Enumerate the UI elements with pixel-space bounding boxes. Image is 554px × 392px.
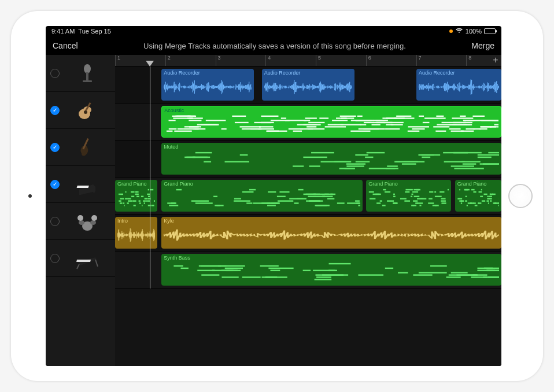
svg-rect-46: [178, 128, 183, 130]
svg-rect-213: [123, 202, 124, 204]
svg-rect-301: [411, 205, 414, 206]
bar-mark[interactable]: 2: [165, 55, 171, 66]
clip[interactable]: Acoustic: [161, 106, 501, 138]
svg-rect-58: [304, 124, 321, 125]
svg-rect-91: [396, 116, 411, 117]
svg-rect-38: [305, 117, 317, 119]
svg-rect-366: [271, 270, 280, 271]
track-lane-acoustic-guitar[interactable]: Acoustic: [115, 103, 501, 140]
svg-rect-400: [451, 272, 468, 273]
track-header-drums[interactable]: [46, 203, 115, 240]
track-lane-synth[interactable]: Synth Bass: [115, 252, 501, 289]
svg-rect-405: [413, 274, 433, 275]
clip[interactable]: Grand Piano: [455, 180, 501, 212]
svg-rect-233: [268, 191, 276, 193]
track-select-checkbox[interactable]: [50, 217, 60, 226]
svg-rect-170: [369, 168, 395, 169]
svg-rect-379: [430, 265, 447, 267]
track-select-checkbox[interactable]: ✓: [50, 143, 60, 152]
clip[interactable]: Grand Piano: [161, 180, 362, 212]
bar-mark[interactable]: 6: [366, 55, 371, 66]
track-lane-bass-guitar[interactable]: Muted: [115, 140, 501, 177]
timeline[interactable]: + 12345678 Audio RecorderAudio RecorderA…: [115, 55, 501, 366]
svg-rect-227: [148, 189, 149, 190]
bar-mark[interactable]: 4: [265, 55, 271, 66]
clip[interactable]: Audio Recorder: [262, 69, 354, 101]
svg-rect-296: [406, 189, 413, 190]
svg-rect-330: [481, 189, 482, 190]
svg-rect-195: [151, 205, 154, 206]
svg-rect-128: [332, 120, 348, 121]
bar-mark[interactable]: 5: [316, 55, 321, 66]
svg-rect-19: [167, 131, 172, 132]
svg-rect-25: [259, 126, 274, 127]
svg-rect-286: [383, 189, 386, 190]
svg-rect-288: [373, 194, 380, 195]
svg-rect-356: [473, 191, 476, 193]
cancel-button[interactable]: Cancel: [53, 41, 78, 50]
svg-rect-309: [376, 202, 381, 204]
bar-ruler[interactable]: + 12345678: [115, 55, 501, 66]
svg-rect-263: [267, 205, 276, 206]
clip[interactable]: Intro: [115, 217, 157, 249]
bar-mark[interactable]: 7: [416, 55, 422, 66]
svg-rect-79: [319, 117, 328, 119]
track-lane-drums[interactable]: IntroKyle: [115, 215, 501, 252]
track-select-checkbox[interactable]: ✓: [50, 106, 60, 115]
track-lane-piano[interactable]: Grand PianoGrand PianoGrand PianoGrand P…: [115, 177, 501, 215]
track-lane-audio-recorder[interactable]: Audio RecorderAudio RecorderAudio Record…: [115, 66, 501, 103]
clip[interactable]: Grand Piano: [115, 180, 157, 212]
track-select-checkbox[interactable]: [50, 254, 60, 263]
track-header-bass-guitar[interactable]: ✓: [46, 129, 115, 166]
tracks-area: ✓✓✓ + 12345678 Audio RecorderAudio Recor…: [46, 55, 501, 366]
svg-rect-297: [441, 200, 446, 201]
svg-rect-228: [150, 189, 154, 190]
bar-mark[interactable]: 1: [115, 55, 120, 66]
svg-rect-185: [125, 198, 128, 199]
svg-rect-202: [128, 198, 131, 199]
playhead[interactable]: [150, 66, 150, 289]
svg-rect-271: [253, 202, 271, 204]
svg-rect-252: [176, 189, 182, 190]
svg-rect-221: [125, 191, 127, 193]
svg-rect-273: [242, 191, 254, 193]
ipad-home-button[interactable]: [508, 184, 533, 208]
bar-mark[interactable]: 3: [216, 55, 221, 66]
svg-rect-181: [334, 161, 351, 162]
clip[interactable]: Grand Piano: [366, 180, 451, 212]
bar-mark[interactable]: 8: [466, 55, 471, 66]
track-select-checkbox[interactable]: ✓: [50, 180, 60, 189]
track-header-audio-recorder[interactable]: [46, 55, 115, 92]
waveform-icon: [164, 76, 252, 98]
svg-rect-205: [136, 196, 139, 197]
track-header-piano[interactable]: ✓: [46, 166, 115, 203]
svg-rect-305: [433, 205, 437, 206]
clip-label: Audio Recorder: [264, 70, 352, 76]
svg-rect-107: [482, 120, 498, 121]
ipad-frame: 9:41 AM Tue Sep 15 100% Cancel Using Mer…: [11, 11, 543, 381]
track-header-synth[interactable]: [46, 240, 115, 277]
svg-rect-396: [260, 265, 279, 267]
svg-rect-87: [460, 116, 466, 117]
merge-button[interactable]: Merge: [471, 41, 494, 50]
svg-rect-209: [119, 200, 121, 201]
svg-rect-136: [453, 122, 466, 123]
midi-notes-icon: [164, 113, 498, 135]
track-select-checkbox[interactable]: [50, 69, 60, 78]
clip[interactable]: Muted: [161, 143, 501, 175]
track-header-acoustic-guitar[interactable]: ✓: [46, 92, 115, 129]
add-section-button[interactable]: +: [491, 56, 500, 65]
svg-point-0: [84, 64, 91, 73]
svg-rect-55: [308, 122, 324, 123]
svg-rect-214: [131, 191, 133, 193]
clip[interactable]: Synth Bass: [161, 254, 501, 286]
clip[interactable]: Audio Recorder: [161, 69, 254, 101]
svg-rect-381: [315, 279, 332, 280]
svg-rect-77: [189, 120, 201, 121]
clip[interactable]: Audio Recorder: [416, 69, 501, 101]
svg-rect-354: [489, 196, 492, 197]
clip[interactable]: Kyle: [161, 217, 501, 249]
svg-rect-101: [351, 124, 361, 125]
svg-rect-100: [261, 116, 279, 117]
svg-rect-280: [429, 198, 433, 199]
